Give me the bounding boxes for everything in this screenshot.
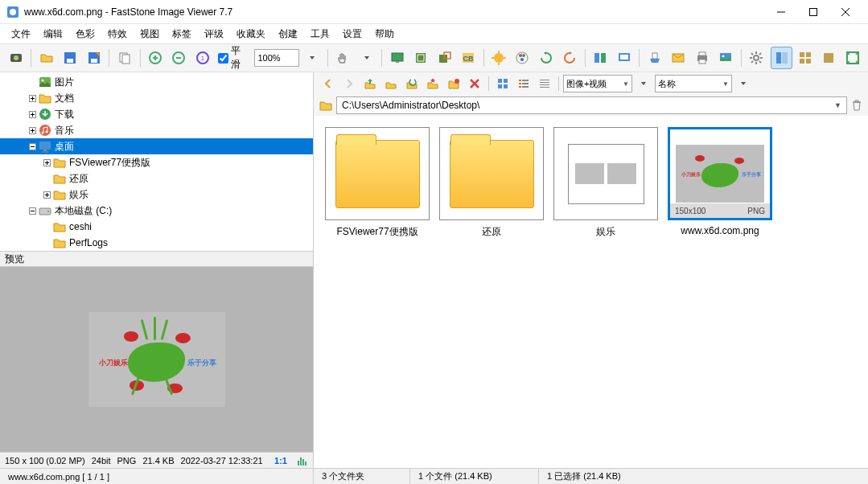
tree-node[interactable]: 还原 xyxy=(0,170,313,187)
expander-icon[interactable] xyxy=(26,124,39,137)
copy-icon[interactable] xyxy=(113,47,135,69)
thumbnail-item[interactable]: 还原 xyxy=(439,127,544,239)
zoom-dropdown-icon[interactable] xyxy=(301,47,323,69)
minimize-button[interactable] xyxy=(765,0,797,24)
menu-tools[interactable]: 工具 xyxy=(304,25,336,43)
email-icon[interactable] xyxy=(668,47,689,69)
thumbnail-item[interactable]: 娱乐 xyxy=(553,127,658,239)
tree-node[interactable]: 文档 xyxy=(0,90,313,106)
thumbnail-area[interactable]: FSViewer77便携版还原娱乐小刀娱乐乐于分享150x100PNGwww.x… xyxy=(314,116,868,468)
folder-tree[interactable]: 图片文档下载音乐桌面FSViewer77便携版还原娱乐本地磁盘 (C:)cesh… xyxy=(0,72,313,251)
open-icon[interactable] xyxy=(35,47,57,69)
nav-up-icon[interactable] xyxy=(360,74,380,93)
menu-color[interactable]: 色彩 xyxy=(69,25,101,43)
expander-icon[interactable] xyxy=(40,172,53,185)
view-single-icon[interactable] xyxy=(818,47,840,69)
acquire-icon[interactable] xyxy=(5,47,27,69)
menu-effects[interactable]: 特效 xyxy=(101,25,134,43)
expander-icon[interactable] xyxy=(26,204,39,217)
tree-node[interactable]: 桌面 xyxy=(0,138,313,154)
nav-refresh-icon[interactable] xyxy=(402,74,422,93)
menu-settings[interactable]: 设置 xyxy=(336,25,368,43)
color-icon[interactable] xyxy=(512,47,533,69)
menu-create[interactable]: 创建 xyxy=(272,25,304,43)
filter-dropdown-icon[interactable] xyxy=(634,74,653,93)
settings-icon[interactable] xyxy=(746,47,767,69)
save-icon[interactable] xyxy=(60,47,81,69)
expander-icon[interactable] xyxy=(26,92,39,105)
text-tool-icon[interactable]: CB xyxy=(457,47,479,69)
expander-icon[interactable] xyxy=(26,140,39,153)
compare-icon[interactable] xyxy=(590,47,611,69)
preview-area[interactable]: 小刀娱乐 乐于分享 xyxy=(0,267,313,452)
expander-icon[interactable] xyxy=(40,220,53,233)
view-fullscreen-icon[interactable] xyxy=(841,47,863,69)
slideshow-icon[interactable] xyxy=(613,47,635,69)
nav-favorite-icon[interactable] xyxy=(423,74,442,93)
svg-line-56 xyxy=(751,61,753,63)
menu-view[interactable]: 视图 xyxy=(134,25,166,43)
trash-icon[interactable] xyxy=(850,99,863,112)
rotate-left-icon[interactable] xyxy=(535,47,557,69)
thumbnail-item[interactable]: 小刀娱乐乐于分享150x100PNGwww.x6d.com.png xyxy=(668,127,772,236)
zoom-actual-icon[interactable]: 1 xyxy=(191,47,213,69)
menu-file[interactable]: 文件 xyxy=(5,25,37,43)
svg-line-55 xyxy=(759,61,761,63)
expander-icon[interactable] xyxy=(26,108,39,121)
resize-icon[interactable] xyxy=(434,47,455,69)
zoom-in-icon[interactable] xyxy=(144,47,166,69)
view-browser-icon[interactable] xyxy=(771,47,792,69)
svg-point-80 xyxy=(46,131,48,133)
nav-home-icon[interactable] xyxy=(381,74,401,93)
menu-tags[interactable]: 标签 xyxy=(166,25,198,43)
wallpaper-icon[interactable] xyxy=(714,47,736,69)
view-thumbnails-icon[interactable] xyxy=(794,47,816,69)
sort-dropdown-icon[interactable] xyxy=(734,74,753,93)
nav-delete-icon[interactable] xyxy=(465,74,484,93)
scan-icon[interactable] xyxy=(644,47,665,69)
nav-back-icon[interactable] xyxy=(319,74,338,93)
screen-icon[interactable] xyxy=(386,47,408,69)
rotate-right-icon[interactable] xyxy=(558,47,580,69)
path-input[interactable]: C:\Users\Administrator\Desktop\ ▼ xyxy=(336,96,847,114)
save-as-icon[interactable] xyxy=(83,47,105,69)
tree-node[interactable]: 音乐 xyxy=(0,122,313,138)
nav-forward-icon[interactable] xyxy=(339,74,359,93)
crop-icon[interactable] xyxy=(410,47,432,69)
tree-node[interactable]: 娱乐 xyxy=(0,187,313,203)
view-list-icon[interactable] xyxy=(514,74,533,93)
menu-edit[interactable]: 编辑 xyxy=(37,25,69,43)
menu-rating[interactable]: 评级 xyxy=(198,25,230,43)
tree-node[interactable]: FSViewer77便携版 xyxy=(0,154,313,170)
expander-icon[interactable] xyxy=(40,236,53,249)
hand-dropdown-icon[interactable] xyxy=(356,47,377,69)
smooth-checkbox[interactable]: 平滑 xyxy=(215,44,253,72)
select-all-icon[interactable] xyxy=(493,74,512,93)
tree-node[interactable]: 下载 xyxy=(0,106,313,122)
menu-favorites[interactable]: 收藏夹 xyxy=(230,25,272,43)
zoom-combo[interactable] xyxy=(254,49,299,67)
filter-combo[interactable]: 图像+视频 ▼ xyxy=(563,75,632,92)
expander-icon[interactable] xyxy=(40,188,53,201)
thumbnail-item[interactable]: FSViewer77便携版 xyxy=(325,127,430,239)
adjust-icon[interactable] xyxy=(488,47,510,69)
histogram-icon[interactable] xyxy=(297,456,308,466)
close-button[interactable] xyxy=(829,0,862,24)
print-icon[interactable] xyxy=(691,47,713,69)
tree-node[interactable]: 图片 xyxy=(0,74,313,90)
zoom-out-icon[interactable] xyxy=(168,47,190,69)
smooth-check-input[interactable] xyxy=(218,53,228,64)
menu-help[interactable]: 帮助 xyxy=(368,25,401,43)
nav-new-folder-icon[interactable] xyxy=(444,74,463,93)
sort-combo[interactable]: 名称 ▼ xyxy=(655,75,732,92)
hand-icon[interactable] xyxy=(332,47,354,69)
expander-icon[interactable] xyxy=(26,76,39,88)
tree-node[interactable]: ceshi xyxy=(0,219,313,235)
tree-node[interactable]: 本地磁盘 (C:) xyxy=(0,203,313,219)
svg-rect-3 xyxy=(810,8,817,15)
path-dropdown-icon[interactable]: ▼ xyxy=(834,101,841,109)
expander-icon[interactable] xyxy=(40,156,53,169)
view-details-icon[interactable] xyxy=(535,74,554,93)
tree-node[interactable]: PerfLogs xyxy=(0,235,313,251)
maximize-button[interactable] xyxy=(797,0,829,24)
